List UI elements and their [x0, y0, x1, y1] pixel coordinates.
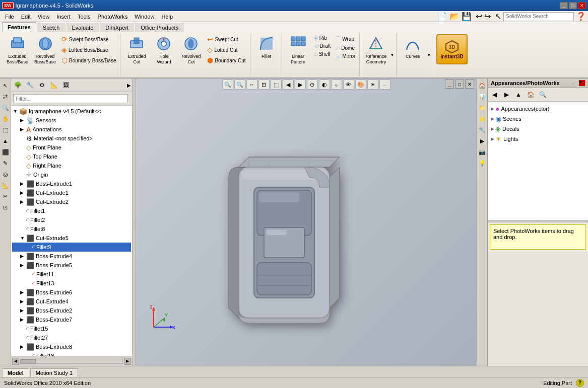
tab-model[interactable]: Model	[2, 368, 29, 377]
menu-file[interactable]: File	[2, 13, 17, 21]
vp-display-mode[interactable]: ⬦	[331, 80, 342, 90]
menu-view[interactable]: View	[35, 13, 53, 21]
tree-item-fillet11[interactable]: ◜ Fillet11	[12, 270, 131, 279]
tree-item-top-plane[interactable]: ◇ Top Plane	[12, 152, 131, 161]
boss-extrude1-toggle[interactable]: ▶	[20, 181, 26, 186]
left-tool-zoom[interactable]: 🔍	[1, 103, 11, 113]
fm-scroll-right[interactable]: ▶	[124, 358, 131, 365]
vp-hide-show[interactable]: 👁	[343, 80, 354, 90]
tree-item-material[interactable]: ⚙ Material <not specified>	[12, 134, 131, 143]
fm-display-tab[interactable]: 🖼	[60, 80, 72, 91]
revolved-boss-button[interactable]: RevolvedBoss/Base	[32, 34, 58, 66]
help-icon[interactable]: ❓	[576, 12, 586, 21]
boss-extrude2-toggle[interactable]: ▶	[20, 308, 26, 313]
fm-scroll-left[interactable]: ◀	[12, 358, 19, 365]
rp-decals-toggle[interactable]: ▶	[491, 126, 494, 131]
rp-item-lights[interactable]: ▶ ☀ Lights	[490, 134, 586, 144]
menu-help[interactable]: Help	[158, 13, 176, 21]
search-input[interactable]	[503, 12, 574, 21]
view-tools2[interactable]: 🔧	[477, 125, 487, 135]
wrap-button[interactable]: ⌒ Wrap	[334, 34, 357, 43]
fm-feature-tab[interactable]: 🌳	[12, 80, 23, 91]
tree-item-boss-extrude4[interactable]: ▶ ⬛ Boss-Extrude4	[12, 252, 131, 261]
tree-root[interactable]: ▼ 📦 Igramaphone-v4.5 (Default<<	[12, 107, 131, 116]
sensors-toggle[interactable]: ▶	[20, 118, 26, 123]
open-icon[interactable]: 📂	[449, 12, 460, 21]
tree-item-fillet1[interactable]: ◜ Fillet1	[12, 206, 131, 215]
tab-evaluate[interactable]: Evaluate	[67, 23, 99, 32]
tree-item-boss-extrude7[interactable]: ▶ ⬛ Boss-Extrude7	[12, 315, 131, 324]
menu-insert[interactable]: Insert	[53, 13, 74, 21]
left-tool-select[interactable]: ↖	[1, 81, 11, 91]
left-tool-arrow[interactable]: ▲	[1, 136, 11, 146]
vp-apply-scene[interactable]: 🎨	[355, 80, 366, 90]
tree-item-fillet13[interactable]: ◜ Fillet13	[12, 279, 131, 288]
tab-motion-study[interactable]: Motion Study 1	[30, 368, 78, 377]
vp-normal-to[interactable]: ⊙	[307, 80, 318, 90]
tree-item-front-plane[interactable]: ◇ Front Plane	[12, 143, 131, 152]
new-icon[interactable]: 📄	[437, 12, 447, 21]
rp-back[interactable]: ◀	[489, 89, 500, 100]
view-lighting[interactable]: 💡	[477, 158, 487, 168]
boss-extrude5-toggle[interactable]: ▶	[20, 263, 26, 268]
fm-config-tab[interactable]: ⚙	[36, 80, 47, 91]
tree-item-cut-extrude1[interactable]: ▶ ⬛ Cut-Extrude1	[12, 188, 131, 197]
revolved-cut-button[interactable]: RevolvedCut	[178, 34, 204, 66]
vp-prev-view[interactable]: ◀	[283, 80, 294, 90]
boundary-cut-button[interactable]: ⬢ Boundary Cut	[205, 55, 247, 65]
rp-minimize[interactable]: _	[572, 80, 578, 86]
instant3d-button[interactable]: 3D Instant3D	[436, 34, 468, 64]
mirror-button[interactable]: ⫠ Mirror	[334, 52, 357, 60]
tree-item-origin[interactable]: ✛ Origin	[12, 170, 131, 179]
view-camera[interactable]: 📷	[477, 147, 487, 157]
rp-scenes-toggle[interactable]: ▶	[491, 116, 494, 121]
undo-icon[interactable]: ↩	[476, 12, 482, 21]
view-run[interactable]: ▶	[477, 136, 487, 146]
vp-fit[interactable]: ⊡	[258, 80, 270, 90]
left-tool-grid[interactable]: ⊡	[1, 202, 11, 212]
minimize-button[interactable]: _	[560, 2, 568, 9]
fm-dim-tab[interactable]: 📐	[48, 80, 59, 91]
tree-item-right-plane[interactable]: ◇ Right Plane	[12, 161, 131, 170]
menu-window[interactable]: Window	[132, 13, 157, 21]
tree-item-fillet8[interactable]: ◜ Fillet8	[12, 224, 131, 234]
rp-item-appearances[interactable]: ▶ ● Appearances(color)	[490, 104, 586, 114]
tree-item-cut-extrude2[interactable]: ▶ ⬛ Cut-Extrude2	[12, 197, 131, 206]
boss-extrude4-toggle[interactable]: ▶	[20, 254, 26, 259]
tab-features[interactable]: Features	[2, 22, 36, 32]
left-tool-block[interactable]: ⬛	[1, 147, 11, 157]
view-orient[interactable]: 📊	[477, 92, 487, 102]
rp-item-decals[interactable]: ▶ ◈ Decals	[490, 124, 586, 134]
tree-item-cut-extrude5[interactable]: ▼ ⬛ Cut-Extrude5	[12, 234, 131, 243]
viewport[interactable]: 🔍 🔍 ↔ ⊡ ⬚ ◀ ▶ ⊙ ◐ ⬦ 👁 🎨 ☀ … _ □ ✕	[136, 79, 476, 366]
rp-appearances-toggle[interactable]: ▶	[491, 106, 494, 111]
tree-item-boss-extrude5[interactable]: ▶ ⬛ Boss-Extrude5	[12, 261, 131, 270]
fm-scroll-track[interactable]	[20, 359, 123, 364]
dome-button[interactable]: ⌓ Dome	[334, 44, 357, 52]
menu-edit[interactable]: Edit	[18, 13, 34, 21]
left-tool-box[interactable]: ⬚	[1, 125, 11, 135]
fm-expand-icon[interactable]: ▶	[127, 83, 131, 88]
rp-up[interactable]: ▲	[513, 89, 524, 100]
boss-extrude8-toggle[interactable]: ▶	[20, 344, 26, 349]
tree-item-fillet15[interactable]: ◜ Fillet15	[12, 324, 131, 333]
save-icon[interactable]: 💾	[462, 12, 472, 21]
cut-extrude4-toggle[interactable]: ▶	[20, 299, 26, 304]
shell-button[interactable]: □ Shell	[312, 50, 333, 58]
tree-item-fillet9[interactable]: ◜ Fillet9	[12, 243, 131, 252]
rib-button[interactable]: ╪ Rib	[312, 34, 333, 42]
panel-resize-handle[interactable]: ⋮	[132, 79, 136, 366]
tree-item-cut-extrude4[interactable]: ▶ ⬛ Cut-Extrude4	[12, 297, 131, 306]
cursor-icon[interactable]: ↖	[495, 12, 501, 21]
left-tool-circle[interactable]: ◎	[1, 169, 11, 179]
curves-button[interactable]: Curves	[400, 34, 426, 61]
boss-extrude6-toggle[interactable]: ▶	[20, 290, 26, 295]
menu-photoworks[interactable]: PhotoWorks	[95, 13, 131, 21]
left-tool-draw[interactable]: ✎	[1, 158, 11, 168]
vp-zoom-in[interactable]: 🔍	[222, 80, 233, 90]
rp-home[interactable]: 🏠	[525, 89, 536, 100]
swept-cut-button[interactable]: ↩ Swept Cut	[205, 34, 247, 44]
boss-extrude7-toggle[interactable]: ▶	[20, 317, 26, 322]
tree-item-fillet27[interactable]: ◜ Fillet27	[12, 333, 131, 342]
view-folder[interactable]: 📁	[477, 103, 487, 113]
